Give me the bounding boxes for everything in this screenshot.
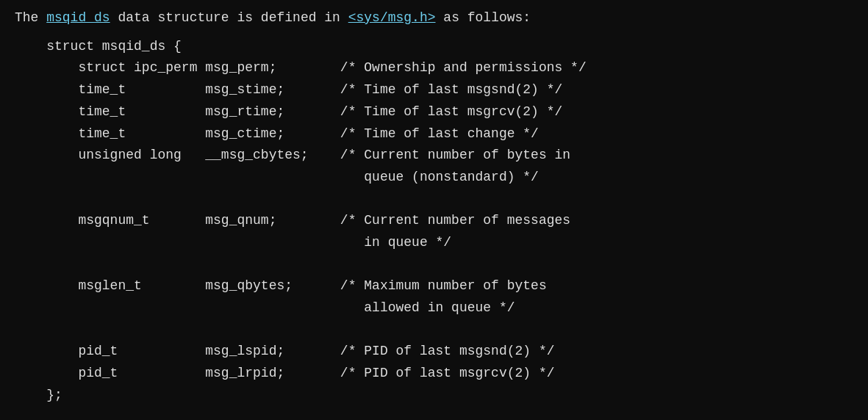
- intro-line: The msqid_ds data structure is defined i…: [15, 7, 853, 29]
- sys-msg-link[interactable]: <sys/msg.h>: [348, 10, 436, 25]
- intro-suffix: as follows:: [436, 10, 531, 25]
- intro-middle: data structure is defined in: [110, 10, 348, 25]
- intro-prefix: The: [15, 10, 46, 25]
- code-block: struct msqid_ds { struct ipc_perm msg_pe…: [15, 36, 853, 407]
- msqid-ds-link[interactable]: msqid_ds: [46, 10, 110, 25]
